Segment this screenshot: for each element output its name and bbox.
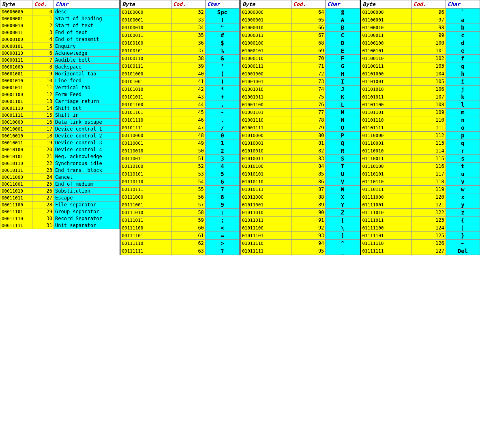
desc-cell: Start of text	[54, 22, 119, 29]
cod-cell: 43	[171, 93, 205, 101]
cod-cell: 109	[411, 109, 446, 116]
desc-cell: Carriage return	[54, 98, 119, 105]
char-cell: W	[326, 186, 360, 193]
cod-cell: 30	[32, 215, 54, 222]
cod-cell: 127	[411, 247, 446, 255]
cod-cell: 101	[411, 47, 446, 55]
table-row: 0001001018Device control 2	[0, 133, 120, 139]
byte-cell: 00111101	[120, 232, 171, 240]
header-byte-2: Byte	[120, 0, 171, 9]
byte-cell: 01110100	[361, 163, 411, 170]
header-cod-1: Cod.	[32, 0, 54, 9]
cod-cell: 56	[171, 193, 205, 201]
char-cell: <	[205, 224, 239, 232]
table-row: 01101100108l	[361, 101, 480, 109]
table-row: 0010001135#	[120, 32, 240, 39]
byte-cell: 01011110	[241, 240, 291, 247]
section-4: Byte Cod. Char 0110000096`0110000197a011…	[361, 0, 480, 255]
table-row: 0000101010Line feed	[0, 77, 120, 84]
char-cell: \	[326, 224, 360, 232]
section-1: Byte Cod. Char 000000000desc000000011Sta…	[0, 0, 120, 255]
cod-cell: 3	[32, 29, 54, 36]
byte-cell: 01010010	[241, 147, 291, 155]
cod-cell: 17	[32, 126, 54, 133]
byte-cell: 01110011	[361, 155, 411, 163]
cod-cell: 100	[411, 39, 446, 47]
desc-cell: Neg. acknowledge	[54, 153, 119, 160]
table-row: 01100101101e	[361, 47, 480, 55]
byte-cell: 01111100	[361, 224, 411, 232]
cod-cell: 102	[411, 55, 446, 62]
char-cell: l	[446, 101, 480, 109]
byte-cell: 00110100	[120, 163, 171, 170]
char-cell: H	[326, 70, 360, 78]
cod-cell: 122	[411, 209, 446, 216]
byte-cell: 01011111	[241, 247, 291, 255]
byte-cell: 01110110	[361, 178, 411, 186]
char-cell: u	[446, 170, 480, 178]
char-cell: O	[326, 124, 360, 132]
table-row: 0010110145-	[120, 109, 240, 116]
byte-cell: 01000011	[241, 32, 291, 39]
cod-cell: 113	[411, 139, 446, 147]
cod-cell: 75	[291, 93, 326, 101]
table-row: 000010019Horizontal tab	[0, 71, 120, 77]
desc-cell: Line feed	[54, 77, 119, 84]
byte-cell: 00101100	[120, 101, 171, 109]
cod-cell: 19	[32, 139, 54, 146]
char-cell: 0	[205, 132, 239, 139]
byte-cell: 01000111	[241, 62, 291, 70]
byte-cell: 00111110	[120, 240, 171, 247]
byte-cell: 00011010	[0, 188, 32, 195]
char-cell: "	[205, 24, 239, 32]
table-row: 00111001579	[120, 201, 240, 209]
byte-cell: 00111100	[120, 224, 171, 232]
byte-cell: 00111010	[120, 209, 171, 216]
table-row: 01101110110n	[361, 116, 480, 124]
char-cell: !	[205, 16, 239, 24]
char-cell: k	[446, 93, 480, 101]
cod-cell: 31	[32, 222, 54, 229]
cod-cell: 123	[411, 216, 446, 224]
char-cell: 9	[205, 201, 239, 209]
cod-cell: 41	[171, 78, 205, 86]
header-char-4: Char	[446, 0, 480, 9]
desc-cell: Escape	[54, 195, 119, 201]
table-row: 01111000120x	[361, 193, 480, 201]
table-row: 0100111179O	[241, 124, 360, 132]
byte-cell: 01000001	[241, 16, 291, 24]
char-cell: T	[326, 163, 360, 170]
table-row: 0001111030Record Separator	[0, 215, 120, 222]
table-row: 0101101090Z	[241, 209, 360, 216]
table-row: 000001106Acknowledge	[0, 50, 120, 57]
byte-cell: 01101011	[361, 93, 411, 101]
cod-cell: 44	[171, 101, 205, 109]
cod-cell: 114	[411, 147, 446, 155]
desc-cell: Audible bell	[54, 57, 119, 64]
char-cell: E	[326, 47, 360, 55]
byte-cell: 00011011	[0, 195, 32, 201]
desc-cell: Group separator	[54, 208, 119, 215]
cod-cell: 108	[411, 101, 446, 109]
cod-cell: 125	[411, 232, 446, 240]
table-row: 0100010169E	[241, 47, 360, 55]
char-cell: f	[446, 55, 480, 62]
byte-cell: 00101111	[120, 124, 171, 132]
cod-cell: 45	[171, 109, 205, 116]
byte-cell: 00101001	[120, 78, 171, 86]
byte-cell: 00010010	[0, 133, 32, 139]
char-cell: B	[326, 24, 360, 32]
char-cell: ?	[205, 247, 239, 255]
cod-cell: 53	[171, 170, 205, 178]
cod-cell: 89	[291, 201, 326, 209]
table-row: 0001010020Device control 4	[0, 146, 120, 153]
byte-cell: 00011111	[0, 222, 32, 229]
cod-cell: 119	[411, 186, 446, 193]
cod-cell: 81	[291, 139, 326, 147]
cod-cell: 34	[171, 24, 205, 32]
table-row: 0101100189Y	[241, 201, 360, 209]
table-row: 0001011123End trans. block	[0, 167, 120, 174]
cod-cell: 39	[171, 62, 205, 70]
table-row: 0010001034"	[120, 24, 240, 32]
table-row: 0000110012Form Feed	[0, 91, 120, 98]
